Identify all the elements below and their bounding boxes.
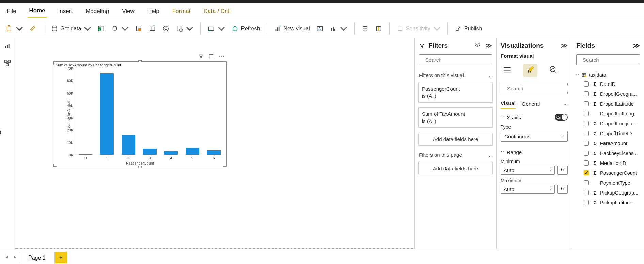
field-dropoffgeogra[interactable]: ΣDropoffGeogra... <box>574 89 643 99</box>
report-canvas[interactable]: ··· Sum of TaxAmount by PassengerCount S… <box>15 38 414 249</box>
field-checkbox[interactable] <box>584 91 589 96</box>
format-visual-icon[interactable] <box>523 64 537 77</box>
enter-data-button[interactable]: + <box>146 24 158 34</box>
publish-button[interactable]: Publish <box>453 24 484 34</box>
field-checkbox[interactable] <box>584 180 589 185</box>
xaxis-type-select[interactable]: Continuous ﹀ <box>501 131 568 142</box>
field-checkbox[interactable] <box>584 111 589 116</box>
bar-2[interactable]: 2 <box>122 68 135 155</box>
text-box-button[interactable]: A <box>314 24 326 34</box>
field-dropofflatitude[interactable]: ΣDropoffLatitude <box>574 99 643 109</box>
bar-4[interactable]: 4 <box>164 68 178 155</box>
menu-format[interactable]: Format <box>171 5 192 17</box>
chevron-down-icon[interactable]: ﹀ <box>501 114 505 120</box>
next-page-icon[interactable]: ▸ <box>11 252 19 261</box>
collapse-filters-icon[interactable]: ≫ <box>485 42 492 49</box>
field-checkbox[interactable] <box>584 200 589 205</box>
menu-insert[interactable]: Insert <box>57 5 74 17</box>
excel-source-button[interactable]: X <box>95 24 107 34</box>
menu-home[interactable]: Home <box>28 4 46 18</box>
field-fareamount[interactable]: ΣFareAmount <box>574 138 643 148</box>
field-medallionid[interactable]: ΣMedallionID <box>574 158 643 168</box>
section-more-icon[interactable]: … <box>487 72 492 78</box>
analytics-icon[interactable] <box>549 65 558 75</box>
tab-general[interactable]: General <box>522 99 540 109</box>
resize-handle-top[interactable] <box>138 60 142 62</box>
fields-search-input[interactable] <box>582 57 644 63</box>
collapse-fields-icon[interactable]: ≫ <box>633 42 640 49</box>
field-checkbox[interactable] <box>584 160 589 166</box>
field-pickuplatitude[interactable]: ΣPickupLatitude <box>574 198 643 207</box>
field-dropofftimeid[interactable]: ΣDropoffTimeID <box>574 128 643 138</box>
page-tab-1[interactable]: Page 1 <box>19 252 55 264</box>
bar-0[interactable]: 0 <box>79 68 92 155</box>
resize-handle-bottom[interactable] <box>138 166 142 168</box>
quick-measure-button[interactable] <box>373 24 384 34</box>
sql-source-button[interactable] <box>133 24 144 34</box>
view-hidden-icon[interactable] <box>474 42 481 49</box>
filter-card-taxamount[interactable]: Sum of TaxAmount is (All) <box>418 107 493 128</box>
new-visual-button[interactable]: + New visual <box>272 24 312 34</box>
menu-datadrill[interactable]: Data / Drill <box>202 5 232 17</box>
field-checkbox[interactable] <box>584 151 589 156</box>
field-checkbox[interactable] <box>584 131 589 136</box>
expand-nav-icon[interactable]: ⟩ <box>0 129 1 135</box>
paste-button[interactable] <box>3 24 25 34</box>
model-view-icon[interactable] <box>4 59 11 68</box>
prev-page-icon[interactable]: ◂ <box>3 252 11 261</box>
visual-filter-icon[interactable] <box>198 53 204 60</box>
refresh-button[interactable]: Refresh <box>229 24 262 34</box>
field-dropofflatlong[interactable]: DropoffLatLong <box>574 109 643 119</box>
filters-search[interactable] <box>419 54 492 65</box>
report-view-icon[interactable] <box>4 42 11 51</box>
field-hackneylicens[interactable]: ΣHackneyLicens... <box>574 148 643 158</box>
new-measure-button[interactable] <box>359 24 371 34</box>
min-fx-button[interactable]: fx <box>557 166 568 175</box>
filter-add-page[interactable]: Add data fields here <box>418 162 493 175</box>
field-passengercount[interactable]: ΣPassengerCount <box>574 168 643 178</box>
chevron-down-icon[interactable]: ﹀ <box>501 149 505 155</box>
field-checkbox[interactable] <box>584 101 589 106</box>
sensitivity-button[interactable]: Sensitivity <box>394 24 443 34</box>
section-more-icon[interactable]: … <box>487 152 492 158</box>
collapse-viz-icon[interactable]: ≫ <box>561 42 568 49</box>
field-dateid[interactable]: ΣDateID <box>574 79 643 89</box>
bar-5[interactable]: 5 <box>186 68 199 155</box>
menu-help[interactable]: Help <box>146 5 161 17</box>
chart-visual[interactable]: ··· Sum of TaxAmount by PassengerCount S… <box>53 61 227 167</box>
menu-modeling[interactable]: Modeling <box>84 5 110 17</box>
max-input[interactable]: Auto˄˅ <box>501 185 555 194</box>
bar-1[interactable]: 1 <box>100 68 114 155</box>
field-paymenttype[interactable]: PaymentType <box>574 178 643 188</box>
field-pickupgeograp[interactable]: ΣPickupGeograp... <box>574 188 643 198</box>
min-input[interactable]: Auto˄˅ <box>501 166 555 175</box>
max-fx-button[interactable]: fx <box>557 185 568 194</box>
menu-view[interactable]: View <box>121 5 136 17</box>
more-options-icon[interactable]: ··· <box>219 53 225 60</box>
filter-card-passengercount[interactable]: PassengerCount is (All) <box>418 82 493 103</box>
bar-3[interactable]: 3 <box>143 68 156 155</box>
recent-sources-button[interactable] <box>174 24 195 34</box>
bar-6[interactable]: 6 <box>207 68 221 155</box>
build-visual-icon[interactable] <box>503 65 512 75</box>
field-checkbox[interactable] <box>584 81 589 87</box>
viz-search-input[interactable] <box>506 85 572 92</box>
filter-add-visual[interactable]: Add data fields here <box>418 133 493 146</box>
field-dropofflongitu[interactable]: ΣDropoffLongitu... <box>574 119 643 128</box>
tabs-more-icon[interactable]: ··· <box>563 101 568 107</box>
filters-search-input[interactable] <box>425 57 491 63</box>
format-painter-button[interactable] <box>27 24 39 34</box>
more-visuals-button[interactable] <box>328 24 349 34</box>
data-hub-button[interactable] <box>109 24 131 34</box>
menu-file[interactable]: File <box>5 5 17 17</box>
field-checkbox[interactable] <box>584 170 589 175</box>
add-page-button[interactable]: + <box>55 252 67 263</box>
fields-search[interactable] <box>576 54 640 65</box>
field-checkbox[interactable] <box>584 121 589 126</box>
viz-search[interactable] <box>501 83 568 94</box>
dataverse-button[interactable] <box>160 24 172 34</box>
field-checkbox[interactable] <box>584 141 589 146</box>
get-data-button[interactable]: Get data <box>49 24 93 34</box>
tab-visual[interactable]: Visual <box>501 98 516 109</box>
focus-mode-icon[interactable] <box>208 53 214 60</box>
